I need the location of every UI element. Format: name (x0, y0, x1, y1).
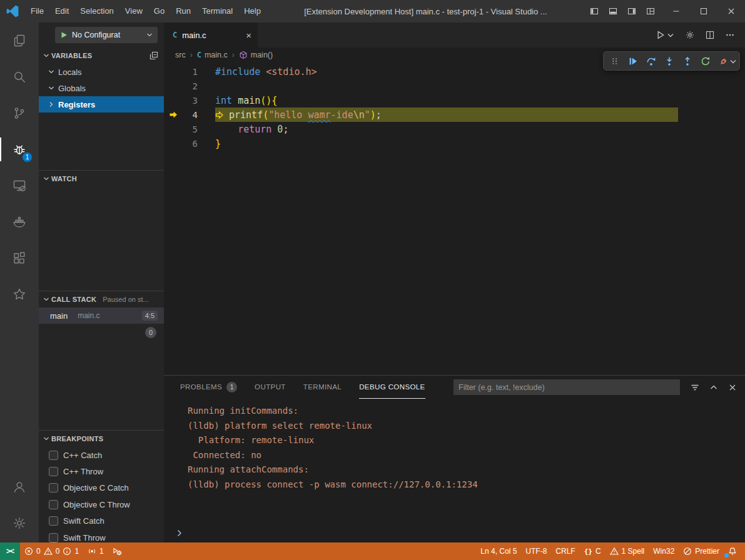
continue-button[interactable] (624, 52, 642, 69)
activity-source-control[interactable] (0, 95, 39, 131)
variables-item-locals[interactable]: Locals (39, 64, 164, 80)
watch-section-header[interactable]: WATCH (39, 171, 164, 187)
split-editor-button[interactable] (705, 30, 715, 40)
maximize-panel-button[interactable] (709, 382, 719, 392)
titlebar: FileEditSelectionViewGoRunTerminalHelp [… (0, 0, 745, 22)
step-into-button[interactable] (660, 52, 678, 69)
status-language-mode[interactable]: {}C (580, 542, 606, 560)
activity-docker[interactable] (0, 204, 39, 240)
breakpoint-item[interactable]: Objective C Throw (39, 496, 164, 512)
activity-remote-explorer[interactable] (0, 168, 39, 204)
breakpoint-item[interactable]: Swift Throw (39, 529, 164, 542)
breakpoints-section-header[interactable]: BREAKPOINTS (39, 431, 164, 447)
panel-tab-problems[interactable]: PROBLEMS1 (180, 376, 237, 399)
menu-go[interactable]: Go (148, 0, 170, 22)
menu-selection[interactable]: Selection (74, 0, 119, 22)
panel-tab-terminal[interactable]: TERMINAL (303, 376, 342, 399)
breakpoint-checkbox[interactable] (49, 533, 58, 542)
breakpoint-checkbox[interactable] (49, 451, 58, 460)
stack-frame[interactable]: mainmain.c4:5 (39, 308, 164, 324)
variables-item-globals[interactable]: Globals (39, 80, 164, 96)
menu-run[interactable]: Run (170, 0, 196, 22)
status-platform[interactable]: Win32 (649, 542, 679, 560)
more-actions-button[interactable] (725, 30, 735, 40)
close-button[interactable] (717, 0, 745, 22)
problems-status[interactable]: 001 (20, 542, 83, 560)
activity-extensions[interactable] (0, 240, 39, 276)
settings-gear-button[interactable] (685, 30, 695, 40)
breakpoint-label: Objective C Catch (63, 483, 129, 492)
more-chevron-button[interactable] (728, 52, 737, 69)
breadcrumb-main-c[interactable]: Cmain.c (197, 51, 228, 59)
editor-tab-bar: C main.c × (164, 22, 745, 48)
vscode-window: FileEditSelectionViewGoRunTerminalHelp [… (0, 0, 745, 560)
current-statement-icon (215, 111, 225, 119)
breadcrumb-main-[interactable]: main() (239, 51, 273, 59)
tab-close-icon[interactable]: × (246, 30, 251, 41)
menu-bar: FileEditSelectionViewGoRunTerminalHelp (25, 0, 266, 22)
activity-accounts[interactable] (0, 469, 39, 505)
step-out-button[interactable] (678, 52, 696, 69)
toggle-sidebar-button[interactable] (585, 0, 604, 22)
status-spell-status[interactable]: 1 Spell (606, 542, 649, 560)
debug-config-dropdown[interactable]: No Configurat (55, 27, 158, 43)
status-cursor-position[interactable]: Ln 4, Col 5 (476, 542, 521, 560)
breadcrumb-separator: › (232, 51, 235, 59)
drag-handle[interactable] (606, 52, 624, 69)
activity-settings[interactable] (0, 505, 39, 541)
menu-help[interactable]: Help (238, 0, 266, 22)
panel-tab-output[interactable]: OUTPUT (255, 376, 286, 399)
restart-button[interactable] (696, 52, 714, 69)
breakpoint-item[interactable]: Swift Catch (39, 513, 164, 529)
menu-file[interactable]: File (25, 0, 49, 22)
debug-console-input[interactable] (164, 524, 745, 542)
status-prettier[interactable]: Prettier (679, 542, 724, 560)
maximize-button[interactable] (690, 0, 717, 22)
debug-status-icon[interactable] (108, 542, 127, 560)
close-panel-button[interactable] (727, 382, 737, 392)
breadcrumb-src[interactable]: src (175, 51, 186, 59)
breakpoint-item[interactable]: C++ Throw (39, 463, 164, 479)
breakpoint-item[interactable]: C++ Catch (39, 447, 164, 463)
customize-layout-button[interactable] (641, 0, 660, 22)
breakpoint-checkbox[interactable] (49, 467, 58, 476)
breakpoint-checkbox[interactable] (49, 483, 58, 492)
status-notifications[interactable] (724, 542, 741, 560)
variables-item-registers[interactable]: Registers (39, 96, 164, 112)
status-eol[interactable]: CRLF (551, 542, 579, 560)
code-editor[interactable]: 1#include <stdio.h>23int main(){4printf(… (164, 62, 745, 375)
menu-terminal[interactable]: Terminal (196, 0, 238, 22)
warning-icon (44, 547, 53, 556)
console-filter-input[interactable] (454, 379, 680, 395)
activity-star[interactable] (0, 276, 39, 312)
remote-indicator[interactable]: >< (0, 542, 20, 560)
start-debugging-icon[interactable] (59, 31, 68, 39)
activity-run-and-debug[interactable]: 1 (0, 131, 39, 168)
ports-status[interactable]: 1 (83, 542, 108, 560)
breakpoint-item[interactable]: Objective C Catch (39, 480, 164, 496)
menu-view[interactable]: View (119, 0, 148, 22)
step-over-button[interactable] (642, 52, 660, 69)
tab-main-c[interactable]: C main.c × (164, 22, 258, 48)
breadcrumb-separator: › (190, 51, 193, 59)
glyph-margin[interactable] (164, 110, 183, 119)
debug-console-output[interactable]: Running initCommands:(lldb) platform sel… (164, 399, 745, 524)
output-actions-icon[interactable] (690, 382, 700, 392)
toggle-panel-button[interactable] (604, 0, 622, 22)
circle-slash-icon (683, 547, 692, 556)
breakpoint-checkbox[interactable] (49, 516, 58, 526)
variables-section-header[interactable]: VARIABLES (39, 48, 164, 64)
status-encoding[interactable]: UTF-8 (521, 542, 551, 560)
menu-edit[interactable]: Edit (49, 0, 74, 22)
panel-tab-debug-console[interactable]: DEBUG CONSOLE (359, 376, 425, 399)
breakpoint-checkbox[interactable] (49, 500, 58, 509)
chevron-down-icon (46, 84, 56, 92)
call-stack-section-header[interactable]: CALL STACK Paused on st... (39, 291, 164, 308)
toggle-secondary-sidebar-button[interactable] (622, 0, 641, 22)
run-or-debug-button[interactable] (656, 30, 675, 40)
minimize-button[interactable] (662, 0, 690, 22)
activity-explorer[interactable] (0, 22, 39, 59)
activity-search[interactable] (0, 59, 39, 95)
error-count: 0 (36, 547, 41, 556)
collapse-all-icon[interactable] (149, 51, 159, 61)
